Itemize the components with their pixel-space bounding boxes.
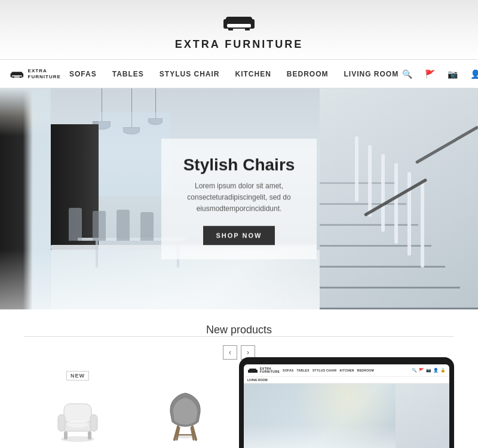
top-header: EXTRA FURNITURE: [0, 0, 478, 60]
baluster-2: [368, 145, 372, 217]
tablet-nav-links: SOFAS TABLES STYLUS CHAIR KITCHEN BEDROO…: [283, 369, 409, 372]
flag-icon[interactable]: 🚩: [421, 66, 438, 82]
svg-rect-6: [226, 17, 252, 23]
tablet-brand-text: EXTRAFURNITURE: [260, 367, 280, 374]
svg-rect-31: [249, 369, 256, 371]
stair-step-1: [320, 308, 478, 309]
product-badge-new: NEW: [66, 371, 89, 381]
svg-rect-20: [88, 431, 91, 440]
svg-rect-16: [64, 404, 91, 423]
chair-silhouette-2: [93, 211, 106, 241]
products-divider: [24, 336, 454, 337]
tablet-flag-icon: 🚩: [419, 368, 424, 373]
nav-bedroom[interactable]: BEDROOM: [287, 70, 329, 78]
chair-silhouette-4: [140, 212, 154, 241]
baluster-6: [421, 181, 424, 268]
product-white-armchair[interactable]: NEW: [24, 369, 131, 448]
svg-rect-11: [11, 72, 22, 75]
user-icon[interactable]: 👤: [467, 66, 478, 82]
tablet-search-icon: 🔍: [412, 368, 417, 373]
tablet-device: EXTRAFURNITURE SOFAS TABLES STYLUS CHAIR…: [239, 357, 454, 448]
baluster-1: [355, 136, 358, 202]
svg-rect-18: [90, 415, 97, 431]
prev-arrow-button[interactable]: ‹: [223, 345, 237, 360]
nav-tables[interactable]: TABLES: [112, 70, 144, 78]
tablet-navbar: EXTRAFURNITURE SOFAS TABLES STYLUS CHAIR…: [244, 364, 449, 377]
tablet-hero: [244, 383, 449, 448]
tablet-icon-group: 🔍 🚩 📷 👤 🔒: [412, 368, 446, 373]
tablet-nav-bedroom: BEDROOM: [357, 369, 374, 372]
svg-rect-4: [228, 27, 233, 30]
tablet-logo: EXTRAFURNITURE: [247, 367, 280, 374]
nav-logo[interactable]: EXTRA FURNITURE: [10, 68, 69, 80]
tablet-nav-sofas: SOFAS: [283, 369, 293, 372]
tablet-lock-icon: 🔒: [440, 368, 446, 373]
svg-rect-17: [58, 415, 65, 431]
stair-step-3: [320, 266, 445, 268]
svg-rect-3: [227, 24, 251, 27]
stair-step-6: [320, 203, 406, 205]
window-area: [99, 112, 170, 196]
svg-rect-32: [249, 372, 251, 373]
baluster-4: [394, 163, 398, 244]
products-section: New products ‹ › NEW: [0, 309, 478, 448]
hero-section: Stylish Chairs Lorem ipsum dolor sit ame…: [0, 88, 478, 309]
product-gray-chair[interactable]: [131, 369, 239, 446]
tablet-screen: EXTRAFURNITURE SOFAS TABLES STYLUS CHAIR…: [244, 364, 449, 448]
hero-title: Stylish Chairs: [176, 155, 302, 174]
svg-rect-33: [255, 372, 256, 373]
svg-point-21: [67, 421, 88, 428]
stair-step-4: [320, 245, 431, 247]
hero-overlay: Stylish Chairs Lorem ipsum dolor sit ame…: [161, 139, 317, 259]
tablet-nav-stylus: STYLUS CHAIR: [312, 369, 337, 372]
chair-silhouette-3: [117, 210, 130, 241]
hero-description: Lorem ipsum dolor sit amet, consectetura…: [176, 180, 302, 215]
search-icon[interactable]: 🔍: [399, 66, 415, 82]
camera-icon[interactable]: 📷: [444, 66, 461, 82]
shop-now-button[interactable]: SHOP NOW: [203, 226, 275, 245]
nav-kitchen[interactable]: KITCHEN: [235, 70, 271, 78]
navbar: EXTRA FURNITURE SOFAS TABLES STYLUS CHAI…: [0, 60, 478, 88]
nav-stylus-chair[interactable]: STYLUS CHAIR: [160, 70, 220, 78]
baluster-3: [381, 154, 385, 232]
brand-logo-icon: [0, 11, 478, 35]
svg-rect-19: [64, 431, 68, 440]
nav-living-room[interactable]: LIVING ROOM: [344, 70, 399, 78]
svg-rect-13: [20, 76, 22, 77]
stair-step-2: [320, 287, 460, 289]
baluster-5: [407, 172, 411, 256]
white-chair-image: [30, 385, 125, 445]
gray-chair-image: [137, 381, 233, 441]
tablet-camera-icon: 📷: [426, 368, 431, 373]
products-grid: NEW: [24, 369, 454, 448]
tablet-stair: [396, 383, 449, 448]
tablet-user-icon: 👤: [433, 368, 439, 373]
nav-links: SOFAS TABLES STYLUS CHAIR KITCHEN BEDROO…: [69, 70, 399, 78]
tablet-nav-tables: TABLES: [296, 369, 309, 372]
stair-area: [320, 130, 478, 309]
svg-rect-12: [13, 76, 14, 77]
nav-brand-text: EXTRA FURNITURE: [28, 68, 69, 79]
nav-sofas[interactable]: SOFAS: [69, 70, 97, 78]
brand-name: EXTRA FURNITURE: [0, 38, 478, 51]
tablet-nav-kitchen: KITCHEN: [339, 369, 354, 372]
nav-icon-group: 🔍 🚩 📷 👤 🔒: [399, 66, 478, 82]
stair-step-5: [320, 224, 418, 226]
products-title: New products: [24, 324, 454, 336]
svg-rect-5: [245, 27, 250, 30]
tablet-nav-row2: LIVING ROOM: [244, 377, 449, 383]
chair-silhouette-1: [69, 208, 82, 241]
